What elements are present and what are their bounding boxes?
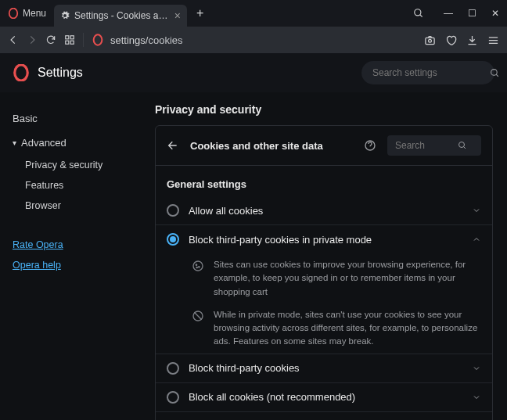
chevron-down-icon (472, 364, 481, 373)
sidebar-item-basic[interactable]: Basic (13, 106, 141, 131)
svg-rect-3 (70, 36, 74, 39)
browser-tab[interactable]: Settings - Cookies and oth × (54, 5, 187, 27)
option-label: Block all cookies (not recommended) (189, 391, 462, 403)
url-field[interactable]: settings/cookies (92, 34, 183, 46)
svg-rect-5 (70, 41, 74, 44)
maximize-button[interactable]: ☐ (460, 8, 484, 19)
svg-rect-4 (66, 41, 69, 44)
search-icon (490, 68, 500, 78)
radio-icon[interactable] (167, 391, 179, 404)
download-icon[interactable] (466, 34, 478, 46)
snapshot-icon[interactable] (424, 34, 436, 46)
svg-point-13 (193, 261, 203, 271)
opera-logo-icon (8, 8, 19, 19)
svg-point-14 (196, 264, 196, 265)
close-button[interactable]: ✕ (484, 8, 507, 19)
panel-search-input[interactable] (395, 140, 458, 151)
cookie-icon (192, 260, 204, 299)
settings-search[interactable] (361, 61, 494, 84)
menu-label: Menu (23, 8, 46, 19)
speed-dial-icon[interactable] (64, 34, 75, 45)
opera-badge-icon (92, 34, 104, 46)
option-description: While in private mode, sites can't use y… (156, 303, 492, 354)
minimize-button[interactable]: — (437, 8, 460, 19)
menu-button[interactable]: Menu (0, 8, 54, 19)
svg-point-10 (491, 69, 498, 75)
chevron-down-icon: ▾ (13, 138, 16, 147)
svg-point-15 (199, 267, 200, 267)
svg-point-12 (459, 142, 465, 148)
brand-logo-icon (13, 64, 30, 81)
radio-icon[interactable] (167, 204, 179, 217)
sidebar: Basic ▾ Advanced Privacy & security Feat… (0, 92, 141, 420)
url-host: settings/ (110, 34, 148, 46)
radio-icon[interactable] (167, 233, 179, 246)
opera-help-link[interactable]: Opera help (13, 255, 141, 275)
window-search-icon[interactable] (413, 8, 437, 19)
svg-point-6 (94, 34, 102, 45)
section-heading: Privacy and security (155, 103, 493, 116)
option-block-3p-private[interactable]: Block third-party cookies in private mod… (156, 224, 492, 253)
radio-icon[interactable] (167, 362, 179, 375)
cookies-panel: Cookies and other site data General sett… (155, 125, 493, 420)
clear-on-quit-row[interactable]: Clear cookies and site data when you qui… (156, 411, 492, 421)
help-icon[interactable] (364, 139, 376, 152)
svg-point-9 (15, 65, 28, 81)
option-allow-all[interactable]: Allow all cookies (156, 196, 492, 224)
chevron-down-icon (472, 393, 481, 402)
svg-point-16 (196, 267, 197, 267)
option-label: Allow all cookies (189, 205, 462, 217)
reload-button[interactable] (45, 34, 56, 45)
tab-title: Settings - Cookies and oth (74, 10, 170, 21)
sidebar-item-browser[interactable]: Browser (13, 196, 141, 216)
page-title: Settings (38, 66, 83, 80)
svg-point-0 (9, 9, 18, 19)
sidebar-item-features[interactable]: Features (13, 175, 141, 196)
block-icon (192, 310, 204, 349)
panel-title: Cookies and other site data (190, 140, 353, 152)
new-tab-button[interactable]: + (196, 6, 203, 20)
heart-icon[interactable] (445, 34, 457, 46)
back-button[interactable] (8, 34, 19, 45)
sidebar-item-advanced[interactable]: ▾ Advanced (13, 131, 141, 155)
svg-rect-7 (426, 38, 434, 44)
chevron-down-icon (472, 206, 481, 215)
search-icon (458, 141, 467, 150)
svg-point-1 (415, 9, 421, 16)
url-path: cookies (148, 34, 182, 46)
forward-button[interactable] (27, 34, 38, 45)
option-label: Block third-party cookies in private mod… (189, 234, 462, 246)
gear-icon (60, 11, 70, 20)
rate-opera-link[interactable]: Rate Opera (13, 235, 141, 255)
panel-search[interactable] (387, 135, 481, 156)
close-icon[interactable]: × (174, 9, 181, 22)
address-bar: settings/cookies (0, 27, 507, 53)
easy-setup-icon[interactable] (487, 34, 499, 46)
settings-search-input[interactable] (372, 67, 490, 78)
sidebar-advanced-label: Advanced (21, 137, 67, 149)
back-arrow-icon[interactable] (167, 139, 179, 152)
option-block-3p[interactable]: Block third-party cookies (156, 354, 492, 382)
description-text: While in private mode, sites can't use y… (214, 308, 481, 349)
general-settings-label: General settings (156, 166, 492, 196)
option-label: Block third-party cookies (189, 362, 462, 374)
svg-rect-2 (66, 36, 69, 39)
option-block-all[interactable]: Block all cookies (not recommended) (156, 382, 492, 411)
option-description: Sites can use cookies to improve your br… (156, 253, 492, 303)
svg-point-8 (429, 39, 432, 42)
description-text: Sites can use cookies to improve your br… (214, 258, 481, 299)
chevron-up-icon (472, 235, 481, 244)
sidebar-item-privacy[interactable]: Privacy & security (13, 155, 141, 175)
